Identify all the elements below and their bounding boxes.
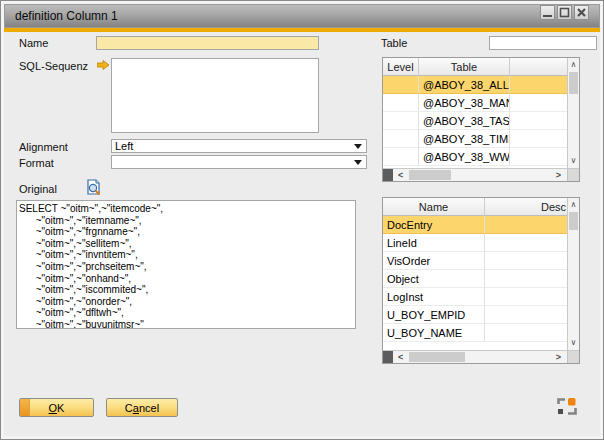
- cell-desc: [485, 306, 567, 324]
- cancel-button[interactable]: Cancel: [106, 398, 178, 417]
- cell-name: U_BOY_EMPID: [383, 306, 485, 324]
- field-row[interactable]: VisOrder: [383, 252, 567, 270]
- cell-table: @ABOY_38_ALLOC_: [419, 76, 510, 94]
- field-row[interactable]: LogInst: [383, 288, 567, 306]
- table-label: Table: [381, 37, 407, 49]
- close-icon: [576, 7, 587, 18]
- cell-name: LineId: [383, 234, 485, 252]
- scroll-left-icon[interactable]: <: [398, 353, 403, 362]
- cell-level: [383, 76, 419, 94]
- scroll-up-icon[interactable]: ∧: [568, 61, 579, 69]
- format-label: Format: [19, 157, 54, 169]
- tables-grid-vscrollbar[interactable]: ∧ ∨: [567, 58, 579, 168]
- scroll-left-icon[interactable]: <: [398, 171, 403, 180]
- window-title: definition Column 1: [5, 9, 118, 23]
- vscroll-thumb[interactable]: [569, 212, 578, 230]
- cell-extra: [510, 76, 567, 94]
- alignment-label: Alignment: [19, 141, 68, 153]
- tables-grid-hscrollbar[interactable]: < >: [383, 168, 579, 181]
- scroll-down-icon[interactable]: ∨: [568, 339, 579, 347]
- dropdown-arrow-icon: [354, 144, 362, 149]
- sql-sequenz-label: SQL-Sequenz: [19, 60, 88, 72]
- cell-name: VisOrder: [383, 252, 485, 270]
- hscroll-thumb[interactable]: [409, 170, 451, 180]
- field-row-selected[interactable]: DocEntry: [383, 216, 567, 234]
- cell-table: @ABOY_38_WWT: [419, 148, 510, 166]
- maximize-icon: [559, 7, 570, 18]
- cell-name: U_BOY_NAME: [383, 324, 485, 342]
- field-row[interactable]: Object: [383, 270, 567, 288]
- name-input[interactable]: [96, 36, 319, 50]
- titlebar[interactable]: definition Column 1: [4, 4, 600, 28]
- column-header-table[interactable]: Table: [419, 58, 510, 76]
- column-header-level[interactable]: Level: [383, 58, 419, 76]
- hscroll-thumb[interactable]: [409, 352, 465, 362]
- cell-table: @ABOY_38_TIMERE: [419, 130, 510, 148]
- scroll-down-icon[interactable]: ∨: [568, 157, 579, 165]
- cell-level: [383, 148, 419, 166]
- maximize-button[interactable]: [557, 5, 572, 20]
- cell-desc: [485, 324, 567, 342]
- fields-grid-hscrollbar[interactable]: < >: [383, 350, 579, 363]
- vscroll-thumb[interactable]: [569, 72, 578, 94]
- scroll-right-icon[interactable]: >: [556, 171, 561, 180]
- column-header-description[interactable]: Desc: [485, 198, 567, 216]
- format-dropdown[interactable]: [111, 155, 367, 169]
- scrollbar-corner: [567, 351, 579, 363]
- scroll-right-icon[interactable]: >: [556, 353, 561, 362]
- table-filter-input[interactable]: [489, 36, 597, 50]
- cell-extra: [510, 130, 567, 148]
- original-label: Original: [19, 183, 57, 195]
- fields-grid: Name Desc DocEntry LineId VisOrder Objec…: [382, 197, 580, 364]
- cell-desc: [485, 234, 567, 252]
- column-header-extra[interactable]: [510, 58, 567, 76]
- scroll-up-icon[interactable]: ∧: [568, 201, 579, 209]
- field-row[interactable]: U_BOY_NAME: [383, 324, 567, 342]
- sql-sequenz-textarea[interactable]: [111, 58, 319, 133]
- field-row[interactable]: LineId: [383, 234, 567, 252]
- table-row-selected[interactable]: @ABOY_38_ALLOC_: [383, 76, 567, 94]
- fields-grid-vscrollbar[interactable]: ∧ ∨: [567, 198, 579, 350]
- link-arrow-icon[interactable]: [97, 60, 110, 70]
- cell-extra: [510, 148, 567, 166]
- cell-desc: [485, 216, 567, 234]
- preview-query-icon[interactable]: [86, 179, 102, 196]
- tables-grid: Level Table @ABOY_38_ALLOC_ @ABOY_38_MAN…: [382, 57, 580, 182]
- cell-name: DocEntry: [383, 216, 485, 234]
- definition-column-dialog: definition Column 1 Name SQL-Sequenz Ali…: [0, 0, 604, 440]
- cell-level: [383, 112, 419, 130]
- original-sql-text: SELECT ~"oitm~",~"itemcode~", ~"oitm~",~…: [17, 201, 355, 329]
- table-row[interactable]: @ABOY_38_MANUA: [383, 94, 567, 112]
- close-button[interactable]: [574, 5, 589, 20]
- dialog-content: Name SQL-Sequenz Alignment Left Format O…: [4, 32, 600, 436]
- cell-name: Object: [383, 270, 485, 288]
- dropdown-arrow-icon: [354, 160, 362, 165]
- scrollbar-corner: [567, 169, 579, 181]
- cell-desc: [485, 288, 567, 306]
- alignment-dropdown[interactable]: Left: [111, 139, 367, 153]
- cell-table: @ABOY_38_TASK: [419, 112, 510, 130]
- cell-desc: [485, 252, 567, 270]
- cell-extra: [510, 112, 567, 130]
- cell-level: [383, 94, 419, 112]
- grid-corner-handle[interactable]: [383, 351, 393, 363]
- field-row[interactable]: U_BOY_EMPID: [383, 306, 567, 324]
- cell-desc: [485, 270, 567, 288]
- minimize-icon: [542, 7, 553, 18]
- sql-sequenz-text: [112, 59, 318, 61]
- cell-extra: [510, 94, 567, 112]
- table-row[interactable]: @ABOY_38_TASK: [383, 112, 567, 130]
- table-row[interactable]: @ABOY_38_WWT: [383, 148, 567, 166]
- ok-button-accent: [20, 399, 30, 416]
- minimize-button[interactable]: [540, 5, 555, 20]
- alignment-value: Left: [115, 140, 133, 152]
- grid-corner-handle[interactable]: [383, 169, 393, 181]
- original-sql-textarea[interactable]: SELECT ~"oitm~",~"itemcode~", ~"oitm~",~…: [16, 200, 356, 329]
- form-settings-icon[interactable]: [557, 398, 577, 415]
- cell-level: [383, 130, 419, 148]
- cell-name: LogInst: [383, 288, 485, 306]
- ok-button[interactable]: OK: [19, 398, 94, 417]
- column-header-name[interactable]: Name: [383, 198, 485, 216]
- table-row[interactable]: @ABOY_38_TIMERE: [383, 130, 567, 148]
- name-label: Name: [19, 37, 48, 49]
